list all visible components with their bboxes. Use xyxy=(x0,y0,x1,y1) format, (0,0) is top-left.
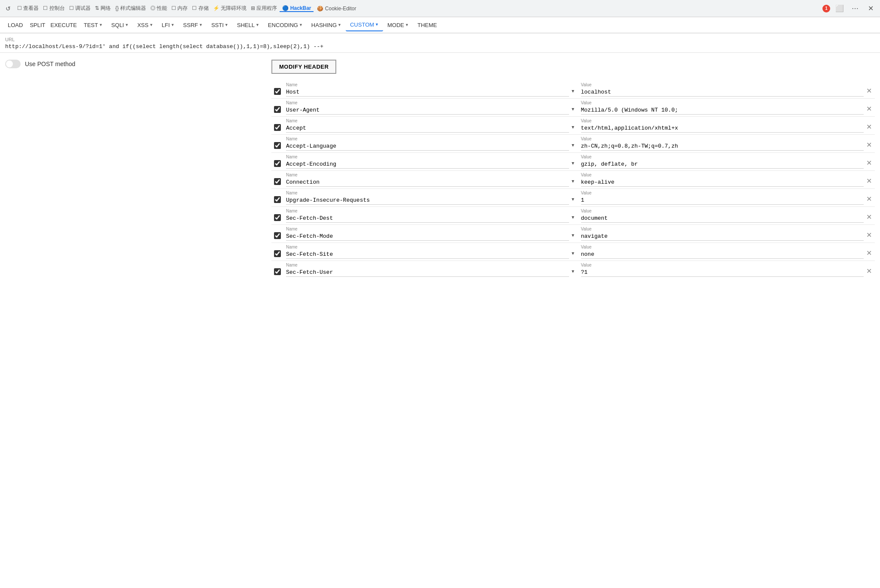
header-close-7[interactable]: ✕ xyxy=(866,213,875,223)
header-close-10[interactable]: ✕ xyxy=(866,267,875,277)
menu-mode[interactable]: MODE ▼ xyxy=(383,19,413,31)
header-name-input-8[interactable] xyxy=(286,232,569,241)
header-checkbox-cell-5[interactable] xyxy=(271,178,283,187)
modify-header-button[interactable]: MODIFY HEADER xyxy=(271,60,336,74)
header-checkbox-3[interactable] xyxy=(274,142,281,149)
name-dropdown-arrow-7[interactable]: ▾ xyxy=(572,214,579,223)
header-checkbox-cell-1[interactable] xyxy=(271,106,283,115)
header-checkbox-cell-7[interactable] xyxy=(271,214,283,223)
header-close-3[interactable]: ✕ xyxy=(866,141,875,151)
menu-custom[interactable]: CUSTOM ▼ xyxy=(346,19,383,31)
tab-查看器[interactable]: ☐ 查看器 xyxy=(15,5,40,12)
header-name-input-1[interactable] xyxy=(286,106,569,115)
header-checkbox-cell-3[interactable] xyxy=(271,142,283,151)
tab-应用程序[interactable]: ⊞ 应用程序 xyxy=(249,5,279,12)
header-checkbox-cell-8[interactable] xyxy=(271,232,283,241)
header-checkbox-6[interactable] xyxy=(274,196,281,203)
header-name-input-10[interactable] xyxy=(286,268,569,277)
name-dropdown-arrow-10[interactable]: ▾ xyxy=(572,268,579,277)
url-value[interactable]: http://localhost/Less-9/?id=1' and if((s… xyxy=(5,43,875,50)
tab-性能[interactable]: ◎ 性能 xyxy=(149,5,169,12)
header-close-1[interactable]: ✕ xyxy=(866,105,875,115)
header-value-input-2[interactable] xyxy=(581,124,864,133)
header-checkbox-10[interactable] xyxy=(274,268,281,275)
header-checkbox-cell-2[interactable] xyxy=(271,124,283,133)
header-checkbox-cell-9[interactable] xyxy=(271,250,283,259)
header-name-input-5[interactable] xyxy=(286,178,569,187)
header-checkbox-8[interactable] xyxy=(274,232,281,239)
header-checkbox-7[interactable] xyxy=(274,214,281,221)
header-checkbox-1[interactable] xyxy=(274,106,281,113)
tab-存储[interactable]: ☐ 存储 xyxy=(190,5,210,12)
menu-load[interactable]: LOAD xyxy=(3,19,27,31)
header-name-input-4[interactable] xyxy=(286,160,569,169)
header-name-input-2[interactable] xyxy=(286,124,569,133)
header-close-4[interactable]: ✕ xyxy=(866,159,875,169)
header-checkbox-4[interactable] xyxy=(274,160,281,167)
header-checkbox-cell-6[interactable] xyxy=(271,196,283,205)
dock-icon[interactable]: ⬜ xyxy=(834,3,846,15)
header-checkbox-cell-10[interactable] xyxy=(271,268,283,277)
header-close-5[interactable]: ✕ xyxy=(866,177,875,187)
tab-内存[interactable]: ☐ 内存 xyxy=(170,5,189,12)
name-dropdown-arrow-1[interactable]: ▾ xyxy=(572,106,579,115)
header-value-input-6[interactable] xyxy=(581,196,864,205)
close-devtools-icon[interactable]: ✕ xyxy=(865,3,877,15)
menu-ssti[interactable]: SSTI ▼ xyxy=(207,19,233,31)
menu-theme[interactable]: THEME xyxy=(413,19,442,31)
menu-ssrf[interactable]: SSRF ▼ xyxy=(179,19,207,31)
tab-控制台[interactable]: ☐ 控制台 xyxy=(41,5,66,12)
name-dropdown-arrow-9[interactable]: ▾ xyxy=(572,250,579,259)
name-dropdown-arrow-3[interactable]: ▾ xyxy=(572,142,579,151)
name-dropdown-arrow-2[interactable]: ▾ xyxy=(572,124,579,133)
menu-shell[interactable]: SHELL ▼ xyxy=(233,19,264,31)
header-value-input-8[interactable] xyxy=(581,232,864,241)
header-close-2[interactable]: ✕ xyxy=(866,123,875,133)
header-value-input-3[interactable] xyxy=(581,142,864,151)
header-name-input-9[interactable] xyxy=(286,250,569,259)
post-method-toggle[interactable] xyxy=(5,60,21,68)
header-close-9[interactable]: ✕ xyxy=(866,249,875,259)
header-value-input-5[interactable] xyxy=(581,178,864,187)
header-close-6[interactable]: ✕ xyxy=(866,195,875,205)
header-value-input-1[interactable] xyxy=(581,106,864,115)
tab-hackbar[interactable]: 🔵 HackBar xyxy=(280,5,314,12)
header-checkbox-9[interactable] xyxy=(274,250,281,257)
menu-xss[interactable]: XSS ▼ xyxy=(133,19,158,31)
header-close-0[interactable]: ✕ xyxy=(866,87,875,97)
header-checkbox-cell-0[interactable] xyxy=(271,88,283,97)
header-checkbox-cell-4[interactable] xyxy=(271,160,283,169)
menu-hashing[interactable]: HASHING ▼ xyxy=(307,19,346,31)
header-value-input-10[interactable] xyxy=(581,268,864,277)
menu-split[interactable]: SPLIT xyxy=(27,19,48,31)
tab-调试器[interactable]: ☐ 调试器 xyxy=(67,5,92,12)
header-value-input-4[interactable] xyxy=(581,160,864,169)
name-dropdown-arrow-8[interactable]: ▾ xyxy=(572,232,579,241)
menu-lfi[interactable]: LFI ▼ xyxy=(158,19,179,31)
name-dropdown-arrow-6[interactable]: ▾ xyxy=(572,196,579,205)
menu-sqli[interactable]: SQLI ▼ xyxy=(107,19,133,31)
more-options-icon[interactable]: ⋯ xyxy=(849,3,861,15)
name-dropdown-arrow-4[interactable]: ▾ xyxy=(572,160,579,169)
refresh-icon[interactable]: ↺ xyxy=(3,4,13,13)
tab-网络[interactable]: ⇅ 网络 xyxy=(93,5,113,12)
header-name-input-7[interactable] xyxy=(286,214,569,223)
name-dropdown-arrow-5[interactable]: ▾ xyxy=(572,178,579,187)
header-value-input-9[interactable] xyxy=(581,250,864,259)
menu-test[interactable]: TEST ▼ xyxy=(79,19,107,31)
tab-样式编辑器[interactable]: {} 样式编辑器 xyxy=(113,5,147,12)
header-checkbox-0[interactable] xyxy=(274,88,281,95)
header-close-8[interactable]: ✕ xyxy=(866,231,875,241)
menu-encoding[interactable]: ENCODING ▼ xyxy=(264,19,307,31)
header-checkbox-5[interactable] xyxy=(274,178,281,185)
name-dropdown-arrow-0[interactable]: ▾ xyxy=(572,88,579,97)
tab-cookie-editor[interactable]: 🍪 Cookie-Editor xyxy=(314,6,359,12)
tab-无障碍环境[interactable]: ⚡ 无障碍环境 xyxy=(211,5,248,12)
header-name-input-6[interactable] xyxy=(286,196,569,205)
header-name-input-3[interactable] xyxy=(286,142,569,151)
header-value-input-7[interactable] xyxy=(581,214,864,223)
header-value-input-0[interactable] xyxy=(581,88,864,97)
header-checkbox-2[interactable] xyxy=(274,124,281,131)
header-name-input-0[interactable] xyxy=(286,88,569,97)
menu-execute[interactable]: EXECUTE xyxy=(48,19,79,31)
